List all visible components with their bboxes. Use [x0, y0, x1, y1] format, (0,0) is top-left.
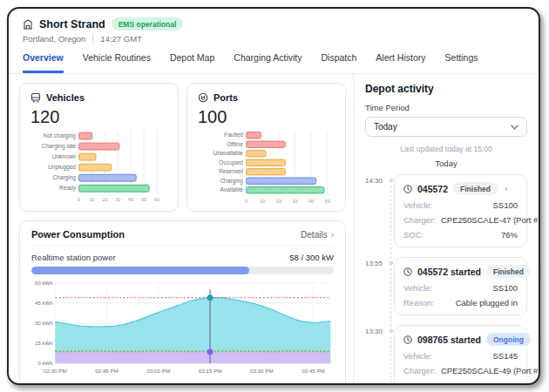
detail-row: Vehicle:SS145: [403, 351, 518, 361]
timeline-connector: [390, 186, 391, 259]
timeline-connector: [390, 336, 391, 385]
svg-text:10: 10: [260, 199, 265, 204]
svg-text:Available: Available: [220, 186, 244, 193]
svg-text:02:30 PM: 02:30 PM: [44, 368, 67, 374]
nav-tabs: OverviewVehicle RoutinesDepot MapChargin…: [9, 44, 539, 74]
tab-vehicle-routines[interactable]: Vehicle Routines: [83, 52, 151, 73]
status-badge: Ongoing: [486, 333, 531, 346]
svg-text:60 kWh: 60 kWh: [35, 280, 52, 286]
svg-text:Ready: Ready: [59, 185, 77, 192]
event-id: 045572 started: [417, 267, 481, 277]
svg-text:Reserved: Reserved: [219, 168, 243, 174]
svg-text:0: 0: [245, 199, 247, 204]
detail-row: SOC:76%: [403, 230, 518, 240]
divider: [92, 34, 93, 44]
detail-label: Reason:: [403, 298, 434, 308]
tab-alert-history[interactable]: Alert History: [376, 52, 425, 73]
svg-text:30: 30: [292, 199, 297, 204]
chevron-right-icon[interactable]: ›: [538, 267, 540, 276]
svg-text:Offline: Offline: [227, 141, 243, 147]
detail-label: SOC:: [403, 381, 424, 385]
svg-text:20: 20: [276, 199, 281, 204]
vehicles-card: Vehicles 120 0102030405060Not chargingCh…: [19, 83, 179, 212]
detail-value: 31%: [501, 381, 518, 385]
timeline-entry: 14:30 045572 Finished ›Vehicle:SS100Char…: [365, 174, 527, 257]
details-link[interactable]: Details›: [301, 230, 334, 240]
clock-icon: [403, 185, 412, 193]
svg-text:15 kWh: 15 kWh: [35, 341, 52, 346]
ports-card: Ports 100 01020304050FaultedOfflineUnava…: [186, 83, 346, 212]
time-text: 14:27 GMT: [100, 34, 142, 44]
tab-dispatch[interactable]: Dispatch: [322, 52, 357, 73]
svg-text:Faulted: Faulted: [224, 132, 243, 138]
chevron-right-icon[interactable]: ›: [505, 185, 507, 193]
detail-value: CPE250SCALE-47 (Port #1): [441, 215, 540, 225]
detail-row: Reason:Cable plugged in: [403, 298, 518, 308]
activity-card[interactable]: 045572 Finished ›Vehicle:SS100Charger:CP…: [394, 174, 527, 247]
detail-label: Vehicle:: [403, 200, 432, 210]
svg-text:Charging: Charging: [220, 178, 243, 185]
svg-text:03:15 PM: 03:15 PM: [199, 368, 222, 374]
svg-text:Unavailable: Unavailable: [214, 150, 244, 156]
detail-row: Vehicle:SS100: [403, 283, 518, 293]
tab-charging-activity[interactable]: Charging Activity: [234, 52, 302, 73]
activity-timeline: 14:30 045572 Finished ›Vehicle:SS100Char…: [365, 174, 527, 385]
svg-text:03:00 PM: 03:00 PM: [146, 368, 170, 374]
ems-status-badge: EMS operational: [112, 17, 184, 30]
vehicles-bar-chart: 0102030405060Not chargingCharging lateUn…: [30, 131, 167, 204]
tab-settings[interactable]: Settings: [445, 52, 478, 73]
vehicles-total: 120: [30, 107, 167, 127]
svg-text:03:45 PM: 03:45 PM: [302, 368, 325, 374]
svg-text:50: 50: [325, 199, 330, 204]
detail-label: Vehicle:: [403, 351, 432, 361]
chevron-right-icon[interactable]: ›: [538, 335, 540, 344]
svg-text:Occupied: Occupied: [219, 159, 243, 166]
detail-value: SS100: [492, 200, 518, 210]
realtime-power-label: Realtime station power: [31, 253, 116, 262]
status-badge: Finished: [453, 182, 498, 195]
depot-activity-title: Depot activity: [365, 83, 527, 95]
app-window: Short Strand EMS operational Portland, O…: [7, 7, 540, 385]
header: Short Strand EMS operational Portland, O…: [9, 9, 539, 44]
svg-text:40: 40: [308, 199, 314, 204]
svg-text:Charging: Charging: [52, 174, 76, 181]
charging-port-icon: [198, 92, 208, 103]
time-period-select[interactable]: Today: [365, 117, 527, 137]
svg-text:Unplugged: Unplugged: [48, 164, 76, 171]
event-id: 045572: [417, 184, 448, 194]
ports-total: 100: [198, 107, 335, 127]
chevron-down-icon: [511, 125, 518, 130]
timeline-marker-icon: [390, 179, 393, 182]
timeline-marker-icon: [390, 261, 393, 265]
detail-value: Cable plugged in: [456, 298, 518, 308]
tab-overview[interactable]: Overview: [23, 52, 64, 73]
activity-card[interactable]: 045572 started Finished ›Vehicle:SS100Re…: [394, 257, 527, 315]
svg-text:20: 20: [102, 197, 107, 202]
svg-text:Not charging: Not charging: [44, 132, 77, 139]
svg-text:45 kWh: 45 kWh: [35, 301, 52, 306]
ports-bar-chart: 01020304050FaultedOfflineUnavailableOccu…: [198, 131, 335, 205]
timeline-entry: 13:55 045572 started Finished ›Vehicle:S…: [365, 257, 527, 325]
svg-text:30: 30: [115, 197, 120, 202]
activity-card[interactable]: 098765 started Ongoing ›Vehicle:SS145Cha…: [394, 325, 527, 385]
svg-text:40: 40: [128, 197, 133, 202]
svg-text:10: 10: [89, 197, 94, 202]
event-id: 098765 started: [417, 335, 481, 345]
detail-value: 76%: [501, 230, 518, 240]
svg-text:30 kWh: 30 kWh: [35, 321, 52, 326]
svg-text:Charging late: Charging late: [42, 143, 76, 150]
svg-text:0: 0: [78, 197, 80, 202]
detail-value: SS145: [492, 351, 518, 361]
svg-text:Unknown: Unknown: [52, 153, 77, 159]
detail-value: CPE250SCALE-49 (Port #2): [441, 366, 540, 375]
detail-label: Vehicle:: [403, 283, 432, 293]
timeline-day-label: Today: [365, 159, 527, 168]
last-updated-text: Last updated today at 15:00: [365, 145, 527, 153]
realtime-power-bar-fill: [31, 267, 249, 274]
tab-depot-map[interactable]: Depot Map: [170, 52, 214, 73]
clock-icon: [403, 335, 412, 344]
main-area: Vehicles 120 0102030405060Not chargingCh…: [9, 74, 353, 385]
detail-label: SOC:: [403, 230, 424, 240]
svg-text:0 kWh: 0 kWh: [37, 361, 52, 366]
clock-icon: [403, 267, 412, 276]
